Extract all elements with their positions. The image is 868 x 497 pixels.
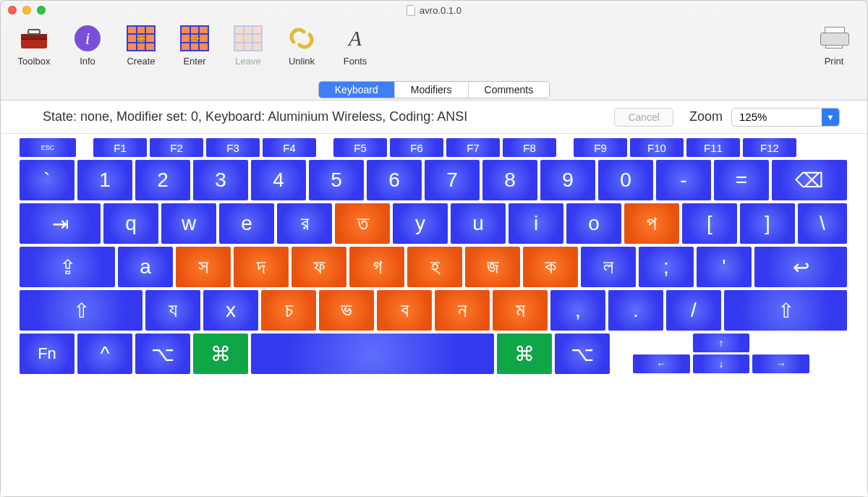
- cancel-button[interactable]: Cancel: [614, 108, 673, 127]
- key-f7[interactable]: F7: [446, 138, 500, 157]
- key-lcommand[interactable]: ⌘: [193, 334, 248, 374]
- key-3[interactable]: 3: [193, 160, 248, 200]
- key-space[interactable]: [251, 334, 494, 374]
- key-f10[interactable]: F10: [630, 138, 684, 157]
- key-up[interactable]: ↑: [693, 334, 750, 352]
- toolbar: Toolbox i Info ＋ Create → Enter ←: [1, 20, 867, 79]
- key-loption[interactable]: ⌥: [135, 334, 190, 374]
- key-n[interactable]: ন: [435, 290, 490, 331]
- key-period[interactable]: .: [608, 290, 663, 331]
- key-quote[interactable]: ': [697, 247, 752, 287]
- key-p[interactable]: প: [624, 203, 679, 244]
- key-a[interactable]: a: [118, 247, 173, 287]
- key-c[interactable]: চ: [261, 290, 316, 331]
- key-semicolon[interactable]: ;: [639, 247, 694, 287]
- info-button[interactable]: i Info: [67, 24, 108, 67]
- key-4[interactable]: 4: [251, 160, 306, 200]
- create-button[interactable]: ＋ Create: [121, 24, 161, 67]
- svg-rect-1: [21, 34, 47, 39]
- key-w[interactable]: w: [161, 203, 216, 244]
- print-button[interactable]: Print: [814, 24, 854, 67]
- status-row: State: none, Modifier set: 0, Keyboard: …: [1, 101, 867, 134]
- fonts-label: Fonts: [344, 56, 367, 67]
- key-equal[interactable]: =: [714, 160, 769, 200]
- key-z[interactable]: য: [145, 290, 200, 331]
- key-j[interactable]: জ: [465, 247, 520, 287]
- unlink-icon: [286, 24, 318, 53]
- key-s[interactable]: স: [176, 247, 231, 287]
- key-rbracket[interactable]: ]: [740, 203, 795, 244]
- key-o[interactable]: o: [566, 203, 621, 244]
- key-tab[interactable]: ⇥: [20, 203, 101, 244]
- chevron-down-icon: ▼: [822, 109, 839, 126]
- key-9[interactable]: 9: [540, 160, 595, 200]
- fonts-button[interactable]: A Fonts: [335, 24, 375, 67]
- key-f3[interactable]: F3: [206, 138, 260, 157]
- tab-modifiers[interactable]: Modifiers: [394, 82, 468, 98]
- key-e[interactable]: e: [219, 203, 274, 244]
- key-f8[interactable]: F8: [503, 138, 556, 157]
- key-r[interactable]: র: [277, 203, 332, 244]
- key-6[interactable]: 6: [367, 160, 422, 200]
- key-backtick[interactable]: `: [20, 160, 75, 200]
- key-rshift[interactable]: ⇧: [724, 290, 847, 331]
- key-f11[interactable]: F11: [686, 138, 740, 157]
- keyboard-area: ESC F1 F2 F3 F4 F5 F6 F7 F8 F9 F10 F11 F…: [1, 134, 867, 496]
- key-8[interactable]: 8: [482, 160, 537, 200]
- key-f4[interactable]: F4: [263, 138, 316, 157]
- key-control[interactable]: ^: [77, 334, 132, 374]
- key-u[interactable]: u: [451, 203, 506, 244]
- zoom-select[interactable]: 125% ▼: [731, 108, 840, 127]
- key-h[interactable]: হ: [407, 247, 462, 287]
- leave-label: Leave: [235, 56, 260, 67]
- key-slash[interactable]: /: [666, 290, 721, 331]
- key-q[interactable]: q: [103, 203, 158, 244]
- key-backslash[interactable]: \: [798, 203, 847, 244]
- key-y[interactable]: y: [393, 203, 448, 244]
- key-backspace[interactable]: ⌫: [772, 160, 847, 200]
- key-rcommand[interactable]: ⌘: [497, 334, 552, 374]
- unlink-button[interactable]: Unlink: [281, 24, 322, 67]
- key-left[interactable]: ←: [633, 354, 690, 373]
- key-comma[interactable]: ,: [550, 290, 605, 331]
- key-down[interactable]: ↓: [693, 354, 750, 373]
- key-f1[interactable]: F1: [93, 138, 147, 157]
- key-right[interactable]: →: [752, 354, 809, 373]
- key-1[interactable]: 1: [77, 160, 132, 200]
- key-minus[interactable]: -: [656, 160, 711, 200]
- tab-comments[interactable]: Comments: [468, 82, 550, 98]
- key-5[interactable]: 5: [309, 160, 364, 200]
- key-lbracket[interactable]: [: [682, 203, 737, 244]
- key-x[interactable]: x: [203, 290, 258, 331]
- key-roption[interactable]: ⌥: [555, 334, 610, 374]
- key-t[interactable]: ত: [335, 203, 390, 244]
- tabs: Keyboard Modifiers Comments: [318, 81, 550, 98]
- key-0[interactable]: 0: [598, 160, 653, 200]
- key-f5[interactable]: F5: [333, 138, 387, 157]
- key-2[interactable]: 2: [135, 160, 190, 200]
- tab-keyboard[interactable]: Keyboard: [319, 82, 394, 98]
- key-f[interactable]: ফ: [292, 247, 346, 287]
- key-f12[interactable]: F12: [743, 138, 796, 157]
- key-capslock[interactable]: ⇪: [20, 247, 115, 287]
- create-icon: ＋: [125, 24, 157, 53]
- document-title-text: avro.0.1.0: [420, 5, 461, 16]
- toolbox-button[interactable]: Toolbox: [14, 24, 54, 67]
- key-lshift[interactable]: ⇧: [20, 290, 142, 331]
- key-l[interactable]: ল: [581, 247, 636, 287]
- key-k[interactable]: ক: [523, 247, 578, 287]
- key-f6[interactable]: F6: [390, 138, 443, 157]
- key-i[interactable]: i: [509, 203, 563, 244]
- key-m[interactable]: ম: [493, 290, 548, 331]
- key-fn[interactable]: Fn: [20, 334, 75, 374]
- key-v[interactable]: ভ: [319, 290, 374, 331]
- key-b[interactable]: ব: [377, 290, 432, 331]
- enter-button[interactable]: → Enter: [174, 24, 215, 67]
- key-esc[interactable]: ESC: [20, 138, 76, 157]
- key-f9[interactable]: F9: [574, 138, 627, 157]
- key-f2[interactable]: F2: [150, 138, 203, 157]
- key-g[interactable]: গ: [349, 247, 404, 287]
- key-d[interactable]: দ: [234, 247, 289, 287]
- key-7[interactable]: 7: [425, 160, 480, 200]
- key-return[interactable]: ↩: [754, 247, 847, 287]
